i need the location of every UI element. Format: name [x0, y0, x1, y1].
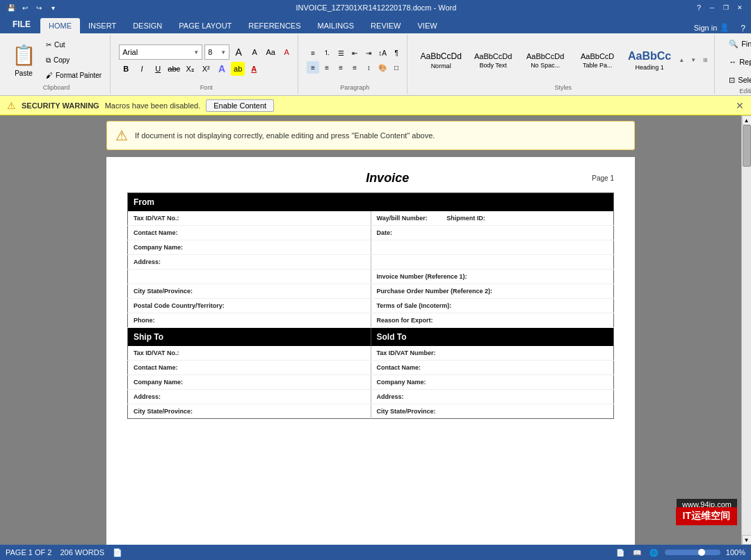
multilevel-btn[interactable]: ☰	[334, 47, 347, 59]
styles-scroll-up[interactable]: ▲	[677, 40, 686, 81]
font-shrink-btn[interactable]: A	[248, 45, 261, 59]
style-heading1[interactable]: AaBbCc Heading 1	[624, 40, 675, 81]
italic-btn[interactable]: I	[135, 62, 149, 76]
close-btn[interactable]: ✕	[734, 3, 745, 12]
security-warning-icon: ⚠	[7, 100, 16, 111]
sold-address: Address:	[371, 390, 614, 404]
find-icon: 🔍	[729, 40, 738, 49]
paragraph-btns: ≡ ⒈ ☰ ⇤ ⇥ ↕A ¶ ≡ ≡ ≡ ≡ ↕ 🎨 □	[307, 47, 403, 74]
style-heading1-label: Heading 1	[636, 64, 664, 71]
restore-btn[interactable]: ❐	[720, 3, 732, 12]
copy-button[interactable]: ⧉ Copy	[42, 53, 106, 67]
sold-tax: Tax ID/VAT Number:	[371, 346, 614, 361]
replace-button[interactable]: ↔ Replace	[723, 54, 751, 69]
clipboard-label: Clipboard	[43, 84, 70, 92]
undo-quick-btn[interactable]: ↩	[19, 2, 31, 13]
format-painter-button[interactable]: 🖌 Format Painter	[42, 69, 106, 83]
select-icon: ⊡	[729, 76, 735, 85]
style-nospace-preview: AaBbCcDd	[526, 52, 564, 60]
ribbon-toolbar: 📋 Paste ✂ Cut ⧉ Copy 🖌 Format Painter Cl…	[0, 33, 751, 96]
decrease-indent-btn[interactable]: ⇤	[348, 47, 361, 59]
font-name-dropdown[interactable]: Arial ▼	[119, 44, 202, 60]
scroll-track[interactable]	[742, 125, 752, 535]
invoice-document[interactable]: Invoice Page 1 From Tax ID/VAT No.: Way/…	[106, 157, 635, 545]
web-view-btn[interactable]: 🌐	[648, 547, 659, 558]
ribbon-help-icon[interactable]: ?	[735, 24, 751, 33]
cut-button[interactable]: ✂ Cut	[42, 38, 106, 52]
change-case-btn[interactable]: Aa	[264, 45, 277, 59]
justify-btn[interactable]: ≡	[348, 61, 361, 74]
style-normal[interactable]: AaBbCcDd Normal	[416, 40, 466, 81]
tab-file[interactable]: FILE	[3, 15, 40, 33]
strikethrough-btn[interactable]: abc	[167, 62, 181, 76]
scroll-down-btn[interactable]: ▼	[742, 535, 752, 545]
scroll-thumb[interactable]	[743, 125, 751, 167]
save-quick-btn[interactable]: 💾	[6, 2, 17, 13]
signin-btn[interactable]: Sign in 👤	[688, 22, 736, 33]
select-button[interactable]: ⊡ Select ▼	[723, 72, 751, 88]
print-view-btn[interactable]: 📄	[615, 547, 626, 558]
sold-contact: Contact Name:	[371, 361, 614, 375]
help-btn[interactable]: ?	[694, 3, 704, 12]
numbering-btn[interactable]: ⒈	[321, 47, 333, 59]
tab-review[interactable]: REVIEW	[362, 18, 409, 33]
styles-scroll-down[interactable]: ▼	[688, 40, 698, 81]
subscript-btn[interactable]: X₂	[183, 62, 197, 76]
style-table[interactable]: AaBbCcD Table Pa...	[572, 40, 622, 81]
zoom-slider[interactable]	[665, 550, 720, 555]
font-grow-btn[interactable]: A	[232, 45, 245, 59]
styles-expand[interactable]: ⊞	[700, 40, 710, 81]
bold-btn[interactable]: B	[119, 62, 133, 76]
scroll-up-btn[interactable]: ▲	[742, 115, 752, 125]
align-center-btn[interactable]: ≡	[321, 61, 333, 74]
tab-page-layout[interactable]: PAGE LAYOUT	[170, 18, 240, 33]
tab-view[interactable]: VIEW	[410, 18, 446, 33]
title-bar: 💾 ↩ ↪ ▾ INVOICE_1Z7301XR1412220178.docm …	[0, 0, 751, 15]
ribbon-tabs: FILE HOME INSERT DESIGN PAGE LAYOUT REFE…	[0, 15, 751, 33]
customize-quick-btn[interactable]: ▾	[47, 2, 58, 13]
ship-sold-row-4: Address: Address:	[128, 390, 614, 404]
from-row-3: Company Name:	[128, 240, 614, 255]
text-effects-btn[interactable]: A	[215, 62, 229, 76]
tab-references[interactable]: REFERENCES	[240, 18, 309, 33]
tab-design[interactable]: DESIGN	[124, 18, 170, 33]
align-left-btn[interactable]: ≡	[307, 61, 319, 74]
minimize-btn[interactable]: ─	[706, 3, 718, 12]
tab-home[interactable]: HOME	[40, 18, 80, 33]
underline-btn[interactable]: U	[151, 62, 165, 76]
close-warning-button[interactable]: ✕	[736, 100, 744, 111]
style-nospace[interactable]: AaBbCcDd No Spac...	[520, 40, 570, 81]
from-row-2: Contact Name: Date:	[128, 226, 614, 240]
clear-format-btn[interactable]: A	[280, 45, 293, 59]
show-marks-btn[interactable]: ¶	[390, 47, 403, 59]
enable-content-button[interactable]: Enable Content	[206, 99, 274, 112]
paste-button[interactable]: 📋 Paste	[7, 39, 40, 82]
tab-mailings[interactable]: MAILINGS	[309, 18, 363, 33]
read-view-btn[interactable]: 📖	[631, 547, 643, 558]
page-count-status: PAGE 1 OF 2	[6, 548, 51, 557]
font-color-btn[interactable]: A	[247, 62, 261, 76]
bullets-btn[interactable]: ≡	[307, 47, 319, 59]
font-row-2: B I U abc X₂ X² A ab A	[119, 62, 293, 76]
font-size-dropdown[interactable]: 8 ▼	[204, 44, 229, 60]
style-table-preview: AaBbCcD	[581, 52, 614, 60]
highlight-btn[interactable]: ab	[231, 62, 245, 76]
sort-btn[interactable]: ↕A	[376, 47, 389, 59]
tab-insert[interactable]: INSERT	[80, 18, 124, 33]
address-left: Address:	[128, 255, 371, 270]
style-body[interactable]: AaBbCcDd Body Text	[468, 40, 518, 81]
line-spacing-btn[interactable]: ↕	[362, 61, 375, 74]
status-bar: PAGE 1 OF 2 206 WORDS 📄 📄 📖 🌐 100%	[0, 545, 751, 560]
borders-btn[interactable]: □	[390, 61, 403, 74]
style-table-label: Table Pa...	[583, 62, 613, 69]
align-right-btn[interactable]: ≡	[334, 61, 347, 74]
vertical-scrollbar[interactable]: ▲ ▼	[741, 115, 751, 545]
zoom-thumb[interactable]	[698, 549, 705, 556]
redo-quick-btn[interactable]: ↪	[33, 2, 45, 13]
increase-indent-btn[interactable]: ⇥	[362, 47, 375, 59]
ship-tax: Tax ID/VAT No.:	[128, 346, 371, 361]
superscript-btn[interactable]: X²	[199, 62, 213, 76]
page-indicator-status[interactable]: 📄	[113, 548, 122, 557]
shading-btn[interactable]: 🎨	[376, 61, 389, 74]
find-button[interactable]: 🔍 Find ▼	[723, 36, 751, 51]
